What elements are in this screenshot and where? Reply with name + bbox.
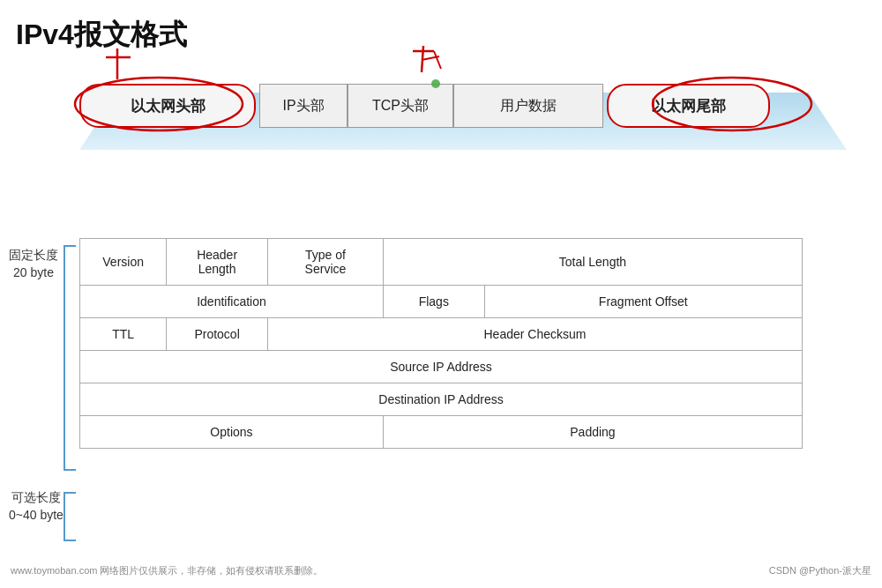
cell-type-of-service: Type ofService: [267, 239, 383, 286]
segment-ethernet-tail: 以太网尾部: [607, 84, 770, 128]
page-title: IPv4报文格式: [16, 16, 187, 55]
brace-fixed: [64, 245, 76, 471]
cell-header-checksum: Header Checksum: [267, 318, 802, 351]
cell-padding: Padding: [383, 416, 802, 449]
table-row: Version HeaderLength Type ofService Tota…: [80, 239, 803, 286]
footer-left-text: www.toymoban.com 网络图片仅供展示，非存储，如有侵权请联系删除。: [11, 564, 323, 577]
cell-total-length: Total Length: [383, 239, 802, 286]
segments-row: 以太网头部 IP头部 TCP头部 用户数据 以太网尾部: [79, 84, 847, 128]
cell-ttl: TTL: [80, 318, 167, 351]
table-row: Identification Flags Fragment Offset: [80, 286, 803, 318]
cell-protocol: Protocol: [167, 318, 268, 351]
footer-right-text: CSDN @Python-派大星: [769, 564, 871, 577]
svg-line-6: [434, 51, 441, 69]
svg-line-4: [422, 46, 423, 72]
page-container: IPv4报文格式 以太网头部 IP头部 TCP头部 用户数据 以太网尾部: [0, 0, 882, 588]
diagram-area: 以太网头部 IP头部 TCP头部 用户数据 以太网尾部: [79, 84, 847, 220]
table-row: Destination IP Address: [80, 383, 803, 416]
fixed-length-label: 固定长度 20 byte: [9, 247, 58, 281]
cell-version: Version: [80, 239, 167, 286]
cell-source-ip: Source IP Address: [80, 351, 803, 383]
cell-header-length: HeaderLength: [167, 239, 268, 286]
segment-tcp-head: TCP头部: [348, 84, 453, 128]
cell-identification: Identification: [80, 286, 384, 318]
svg-line-7: [422, 56, 439, 60]
cell-options: Options: [80, 416, 384, 449]
table-row: Options Padding: [80, 416, 803, 449]
table-row: TTL Protocol Header Checksum: [80, 318, 803, 351]
segment-ip-head: IP头部: [259, 84, 348, 128]
cell-dest-ip: Destination IP Address: [80, 383, 803, 416]
cell-flags: Flags: [383, 286, 484, 318]
segment-user-data: 用户数据: [453, 84, 603, 128]
table-row: Source IP Address: [80, 351, 803, 383]
ip-header-table: Version HeaderLength Type ofService Tota…: [79, 238, 803, 449]
optional-length-label: 可选长度 0~40 byte: [9, 489, 64, 524]
ip-table-container: Version HeaderLength Type ofService Tota…: [79, 238, 803, 449]
cell-fragment-offset: Fragment Offset: [484, 286, 802, 318]
brace-optional: [64, 492, 76, 541]
segment-ethernet-head: 以太网头部: [79, 84, 256, 128]
